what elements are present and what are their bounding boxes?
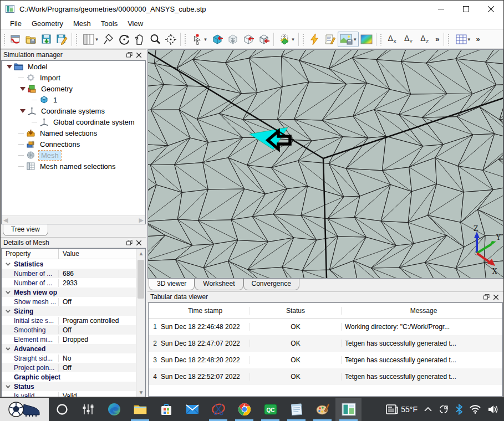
tab-tree-view[interactable]: Tree view: [3, 224, 48, 236]
details-row[interactable]: SmoothingOff: [2, 325, 136, 335]
weather-widget[interactable]: 55°F: [382, 398, 421, 421]
screenshot-button[interactable]: ▾: [338, 32, 359, 47]
tree-item-model[interactable]: Model: [2, 61, 145, 72]
collapse-arrow-icon[interactable]: [18, 109, 27, 113]
close-panel-button[interactable]: [134, 238, 144, 247]
menu-mesh[interactable]: Mesh: [68, 18, 96, 29]
tray-show-hidden[interactable]: [421, 398, 435, 421]
tree-item-mesh-named-selections[interactable]: Mesh named selections: [2, 161, 145, 172]
table-row[interactable]: 3 Sun Dec 18 22:48:20 2022 OK Tetgen has…: [149, 352, 502, 368]
save-as-button[interactable]: [54, 32, 70, 47]
scrollbar-thumb[interactable]: [138, 260, 144, 299]
details-row[interactable]: Project poin...Off: [2, 363, 136, 372]
maximize-button[interactable]: [454, 1, 478, 17]
float-panel-button[interactable]: [482, 292, 491, 301]
open-file-button[interactable]: [23, 32, 39, 47]
details-group-row[interactable]: Mesh view op: [2, 287, 136, 297]
toolbar-handle[interactable]: [3, 33, 6, 45]
tab-convergence[interactable]: Convergence: [243, 279, 299, 290]
tree-item-connections[interactable]: Connections: [2, 138, 145, 150]
toolbar-handle[interactable]: [302, 33, 305, 45]
scroll-left-icon[interactable]: ◀: [3, 217, 8, 224]
color-map-button[interactable]: [359, 32, 374, 47]
menu-tools[interactable]: Tools: [96, 18, 123, 29]
float-panel-button[interactable]: [125, 238, 134, 247]
tray-bluetooth-button[interactable]: [452, 398, 466, 421]
taskbar-task-view[interactable]: [75, 398, 101, 421]
details-row[interactable]: Number of ...686: [2, 269, 136, 278]
tray-wifi-button[interactable]: [466, 398, 484, 421]
menu-view[interactable]: View: [123, 18, 148, 29]
tree-item-coordinate-systems[interactable]: Coordinate systems: [2, 105, 145, 116]
timestamp-column-header[interactable]: Time stamp: [159, 307, 250, 315]
details-group-row[interactable]: Status: [2, 382, 136, 391]
3d-viewport[interactable]: Z Y X: [147, 49, 503, 279]
taskbar-mesh-app[interactable]: [335, 398, 362, 421]
toolbar-handle[interactable]: [447, 33, 450, 45]
table-row[interactable]: 2 Sun Dec 18 22:47:07 2022 OK Tetgen has…: [149, 335, 502, 352]
details-row[interactable]: Number of ...2933: [2, 278, 136, 287]
message-column-header[interactable]: Message: [342, 307, 502, 315]
taskbar-snipping-tool[interactable]: [205, 398, 231, 421]
tab-3d-viewer[interactable]: 3D viewer: [149, 278, 195, 290]
toolbar-handle[interactable]: [380, 33, 383, 45]
table-row[interactable]: 1 Sun Dec 18 22:46:48 2022 OK Working di…: [149, 319, 502, 335]
pan-view-button[interactable]: [132, 32, 147, 47]
chevron-down-icon[interactable]: [2, 291, 13, 294]
generate-mesh-button[interactable]: [307, 32, 322, 47]
chevron-down-icon[interactable]: [2, 263, 13, 266]
tree-item-global-coordinate-system[interactable]: Global coordinate system: [2, 116, 145, 127]
collapse-arrow-icon[interactable]: [5, 65, 14, 69]
table-grid-button[interactable]: ▾: [452, 32, 473, 47]
details-group-row[interactable]: Sizing: [2, 306, 136, 316]
close-panel-button[interactable]: [491, 292, 501, 301]
hide-body-button[interactable]: [210, 32, 225, 47]
property-column-header[interactable]: Property: [2, 249, 59, 259]
details-vertical-scrollbar[interactable]: ▲ ▼: [136, 249, 145, 397]
taskbar-edge[interactable]: [101, 398, 127, 421]
menu-geometry[interactable]: Geometry: [27, 18, 68, 29]
script-editor-button[interactable]: [322, 32, 338, 47]
taskbar-cortana[interactable]: [49, 398, 75, 421]
pick-selection-button[interactable]: ▾: [189, 32, 210, 47]
fit-view-button[interactable]: [163, 32, 179, 47]
minimize-button[interactable]: [429, 1, 454, 17]
save-button[interactable]: [39, 32, 54, 47]
delta-z-button[interactable]: ΔZ: [416, 34, 432, 44]
clipping-plane-button[interactable]: ▾: [276, 32, 297, 47]
taskbar-chrome[interactable]: [231, 398, 257, 421]
viewport-layout-button[interactable]: ▾: [80, 32, 101, 47]
zoom-view-button[interactable]: [147, 32, 163, 47]
taskbar-paint[interactable]: [309, 398, 335, 421]
table-row[interactable]: 4 Sun Dec 18 22:52:07 2022 OK Tetgen has…: [149, 368, 502, 385]
pin-selection-button[interactable]: [101, 32, 116, 47]
toolbar-handle[interactable]: [184, 33, 187, 45]
delta-x-button[interactable]: ΔX: [384, 34, 400, 44]
tree-item-named-selections[interactable]: Named selections: [2, 127, 145, 138]
taskbar-store[interactable]: [153, 398, 179, 421]
start-button[interactable]: [0, 398, 49, 421]
details-group-row[interactable]: Graphic object: [2, 372, 136, 382]
toolbar-handle[interactable]: [75, 33, 78, 45]
tray-volume-button[interactable]: [484, 398, 502, 421]
taskbar-notepad[interactable]: [283, 398, 309, 421]
chevron-down-icon[interactable]: [2, 310, 13, 313]
details-row[interactable]: Initial size s...Program controlled: [2, 316, 136, 325]
taskbar-mail[interactable]: [179, 398, 205, 421]
tree-item-mesh[interactable]: Mesh: [2, 150, 145, 161]
tree-item-import[interactable]: Import: [2, 72, 145, 83]
close-panel-button[interactable]: [134, 50, 144, 59]
tree-horizontal-scrollbar[interactable]: ◀ ▶: [2, 215, 145, 224]
tree-item-geometry[interactable]: Geometry: [2, 83, 145, 94]
value-column-header[interactable]: Value: [59, 249, 136, 259]
details-row[interactable]: Straight sid...No: [2, 353, 136, 363]
details-group-row[interactable]: Advanced: [2, 344, 136, 353]
scroll-up-icon[interactable]: ▲: [136, 249, 146, 258]
tree-item-part-1[interactable]: 1: [2, 94, 145, 105]
chevron-down-icon[interactable]: [2, 385, 13, 388]
collapse-arrow-icon[interactable]: [18, 87, 27, 91]
details-group-row[interactable]: Statistics: [2, 259, 136, 269]
tray-system-icon-button[interactable]: [435, 398, 452, 421]
menu-file[interactable]: File: [5, 18, 27, 29]
taskbar-file-explorer[interactable]: [127, 398, 153, 421]
